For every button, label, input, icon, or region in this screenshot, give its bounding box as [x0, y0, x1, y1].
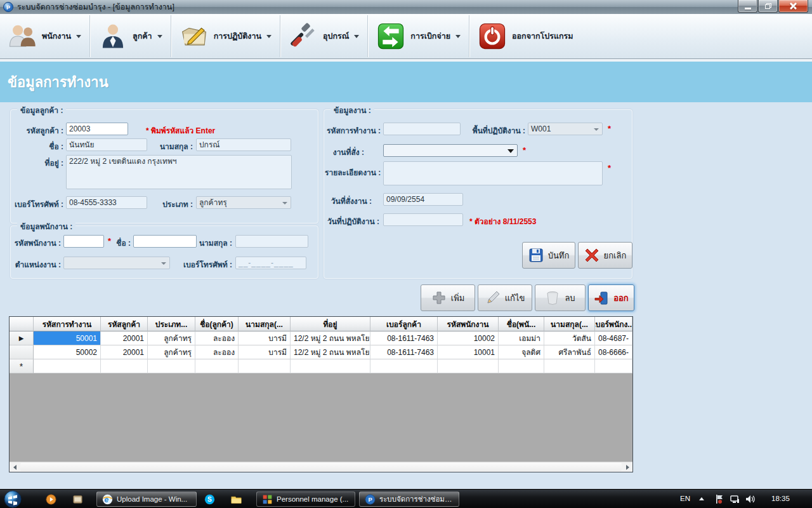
customer-address-input[interactable]: 222/2 หมู่ 2 เขตดินแดง กรุงเทพฯ: [66, 155, 292, 189]
show-hidden-icons-button[interactable]: [699, 497, 704, 500]
explorer-folder-icon[interactable]: [228, 491, 244, 507]
customer-type-combobox[interactable]: ลูกค้าทรุ: [196, 196, 291, 209]
table-cell[interactable]: 08-1611-7463: [370, 331, 438, 345]
minimize-button[interactable]: [738, 0, 757, 13]
toolbar-item-equipment[interactable]: อุปกรณ์: [281, 14, 367, 58]
table-cell[interactable]: 08-6666-: [595, 345, 632, 359]
row-selector-cell[interactable]: ▶: [10, 331, 34, 345]
table-cell[interactable]: 08-1611-7463: [370, 345, 438, 359]
employee-position-combobox[interactable]: [63, 257, 170, 269]
table-cell[interactable]: [239, 359, 291, 373]
grid-column-header[interactable]: นามสกุล(...: [544, 317, 595, 331]
start-button[interactable]: [4, 490, 22, 508]
work-date-input[interactable]: [383, 213, 463, 226]
table-cell[interactable]: 10001: [438, 345, 499, 359]
table-cell[interactable]: 50002: [34, 345, 101, 359]
toolbar-item-exit-program[interactable]: ออกจากโปรแกรม: [470, 14, 580, 58]
table-cell[interactable]: 20001: [101, 331, 148, 345]
edit-button[interactable]: แก้ไข: [478, 284, 532, 311]
table-cell[interactable]: ละออง: [195, 331, 239, 345]
clock[interactable]: 18:35: [771, 495, 790, 502]
grid-column-header[interactable]: รหัสลูกค้า: [101, 317, 148, 331]
table-cell[interactable]: [34, 359, 101, 373]
table-cell[interactable]: ลูกค้าทรุ: [148, 345, 195, 359]
work-job-combobox[interactable]: [383, 144, 518, 157]
table-cell[interactable]: [438, 359, 499, 373]
table-cell[interactable]: ศรีลาพันธ์: [544, 345, 595, 359]
grid-column-header[interactable]: เบอร์พนักง...: [595, 317, 632, 331]
pinned-app-icon[interactable]: [70, 491, 85, 507]
scrollbar-track[interactable]: [20, 463, 622, 471]
row-selector-cell[interactable]: [10, 345, 34, 359]
table-cell[interactable]: [291, 359, 370, 373]
action-center-icon[interactable]: [714, 494, 724, 504]
grid-column-header[interactable]: ประเภท...: [148, 317, 195, 331]
network-icon[interactable]: [730, 494, 740, 504]
grid-selector-header[interactable]: [10, 317, 34, 331]
customer-phone-input[interactable]: 08-4555-3333: [66, 196, 147, 209]
table-cell[interactable]: [499, 359, 544, 373]
table-cell[interactable]: 12/2 หมู่ 2 ถนน พหลโย...: [291, 345, 370, 359]
table-cell[interactable]: เอมม่า: [499, 331, 544, 345]
table-row[interactable]: ▶ 50001 20001 ลูกค้าทรุ ละออง บารมี 12/2…: [10, 331, 632, 345]
taskbar-window-repair-system[interactable]: P ระบบจัดการช่างซ่อมบำร...: [359, 491, 459, 507]
table-cell[interactable]: วัตสัน: [544, 331, 595, 345]
table-row[interactable]: 50002 20001 ลูกค้าทรุ ละออง บารมี 12/2 ห…: [10, 345, 632, 359]
grid-column-header[interactable]: รหัสพนักงาน: [438, 317, 499, 331]
table-cell[interactable]: จุลดิศ: [499, 345, 544, 359]
media-player-icon[interactable]: [43, 491, 58, 507]
table-cell[interactable]: 50001: [34, 331, 101, 345]
grid-column-header[interactable]: ที่อยู่: [291, 317, 370, 331]
table-cell[interactable]: [595, 359, 632, 373]
table-cell[interactable]: 10002: [438, 331, 499, 345]
row-selector-cell[interactable]: *: [10, 359, 34, 373]
table-cell[interactable]: บารมี: [239, 345, 291, 359]
work-area-combobox[interactable]: W001: [528, 123, 603, 135]
work-detail-input[interactable]: [383, 161, 603, 185]
employee-code-input[interactable]: [63, 235, 104, 248]
add-button[interactable]: เพิ่ม: [421, 284, 475, 311]
skype-icon[interactable]: S: [202, 491, 217, 507]
table-cell[interactable]: [544, 359, 595, 373]
table-cell[interactable]: 12/2 หมู่ 2 ถนน พหลโย...: [291, 331, 370, 345]
table-cell[interactable]: 20001: [101, 345, 148, 359]
delete-button[interactable]: ลบ: [535, 284, 586, 311]
customer-code-input[interactable]: 20003: [66, 123, 128, 135]
employee-name-input[interactable]: [133, 235, 197, 248]
customer-surname-input[interactable]: ปกรณ์: [196, 138, 291, 151]
grid-column-header[interactable]: นามสกุล(...: [239, 317, 291, 331]
grid-column-header[interactable]: รหัสการทำงาน: [34, 317, 101, 331]
table-new-row[interactable]: *: [10, 359, 632, 373]
toolbar-item-customers[interactable]: ลูกค้า: [91, 14, 170, 58]
table-cell[interactable]: 08-4687-: [595, 331, 632, 345]
scroll-right-arrow[interactable]: [622, 462, 632, 472]
table-cell[interactable]: ลูกค้าทรุ: [148, 331, 195, 345]
table-cell[interactable]: บารมี: [239, 331, 291, 345]
grid-column-header[interactable]: ชื่อ(พนั...: [499, 317, 544, 331]
grid-column-header[interactable]: ชื่อ(ลูกค้า): [195, 317, 239, 331]
toolbar-item-operations[interactable]: การปฏิบัติงาน: [172, 14, 279, 58]
cancel-button[interactable]: ยกเลิก: [578, 242, 632, 269]
table-cell[interactable]: [148, 359, 195, 373]
employee-phone-input[interactable]: __-____-____: [235, 257, 306, 269]
horizontal-scrollbar[interactable]: [10, 462, 632, 472]
customer-name-input[interactable]: นันทนัย: [66, 138, 147, 151]
toolbar-item-disbursement[interactable]: การเบิกจ่าย: [369, 14, 468, 58]
save-button[interactable]: บันทึก: [522, 242, 575, 269]
volume-icon[interactable]: [745, 494, 755, 504]
scroll-left-arrow[interactable]: [10, 462, 20, 472]
toolbar-item-employees[interactable]: พนักงาน: [0, 14, 89, 58]
restore-button[interactable]: [758, 0, 778, 13]
work-code-input[interactable]: [383, 123, 461, 135]
close-button[interactable]: [778, 0, 808, 13]
table-cell[interactable]: [101, 359, 148, 373]
taskbar-window-upload-image[interactable]: e Upload Image - Win...: [96, 491, 197, 507]
exit-button[interactable]: ออก: [588, 284, 634, 311]
employee-surname-input[interactable]: [235, 235, 308, 248]
grid-column-header[interactable]: เบอร์ลูกค้า: [370, 317, 438, 331]
work-order-date-input[interactable]: 09/09/2554: [383, 193, 463, 206]
table-cell[interactable]: [370, 359, 438, 373]
taskbar-window-personnel-manage[interactable]: Personnel manage (...: [256, 491, 355, 507]
table-cell[interactable]: ละออง: [195, 345, 239, 359]
language-indicator[interactable]: EN: [680, 495, 690, 502]
